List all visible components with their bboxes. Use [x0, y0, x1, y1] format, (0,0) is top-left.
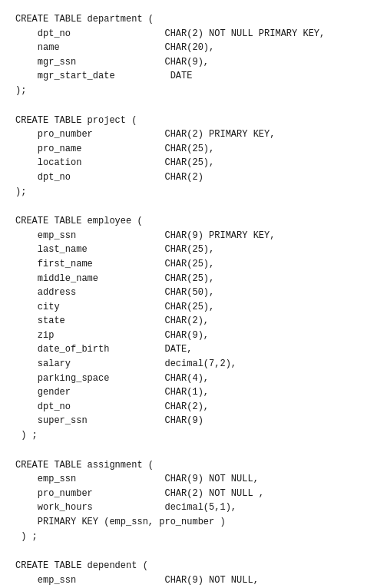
project-code: CREATE TABLE project ( pro_number CHAR(2… [15, 114, 372, 200]
employee-section: CREATE TABLE employee ( emp_ssn CHAR(9) … [15, 214, 372, 443]
department-code: CREATE TABLE department ( dpt_no CHAR(2)… [15, 12, 372, 98]
dependent-section: CREATE TABLE dependent ( emp_ssn CHAR(9)… [15, 559, 372, 588]
dependent-code: CREATE TABLE dependent ( emp_ssn CHAR(9)… [15, 559, 372, 588]
assignment-code: CREATE TABLE assignment ( emp_ssn CHAR(9… [15, 458, 372, 544]
assignment-section: CREATE TABLE assignment ( emp_ssn CHAR(9… [15, 458, 372, 544]
sql-editor: CREATE TABLE department ( dpt_no CHAR(2)… [15, 12, 372, 588]
project-section: CREATE TABLE project ( pro_number CHAR(2… [15, 114, 372, 200]
department-section: CREATE TABLE department ( dpt_no CHAR(2)… [15, 12, 372, 98]
employee-code: CREATE TABLE employee ( emp_ssn CHAR(9) … [15, 214, 372, 443]
